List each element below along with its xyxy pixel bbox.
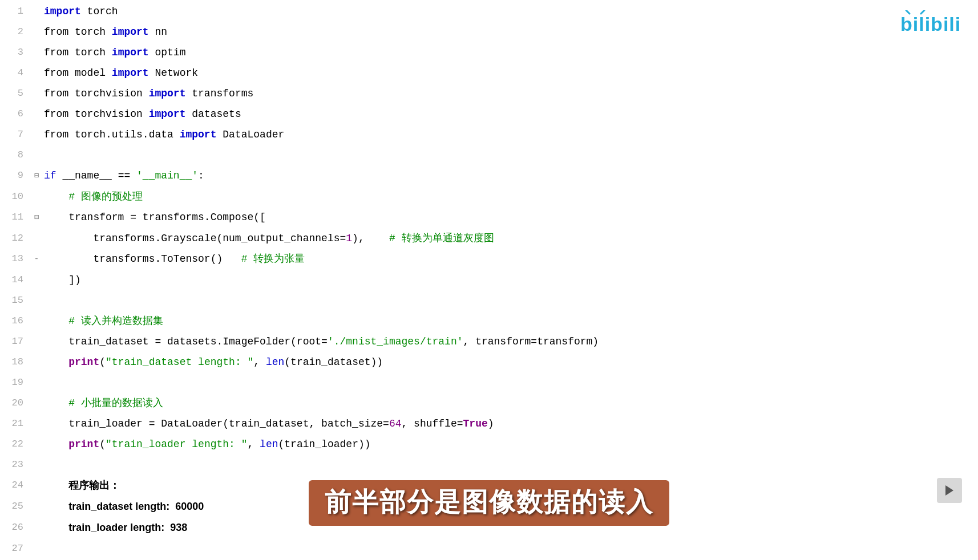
fold-21 [31,412,42,433]
fold-15 [31,289,42,310]
line-num-27: 27 [0,537,31,558]
line-num-11: 11 [0,206,31,227]
code-1: import torch [42,0,978,21]
line-num-18: 18 [0,351,31,371]
line-num-24: 24 [0,474,31,495]
line-num-7: 7 [0,123,31,144]
code-27 [42,537,978,558]
fold-17 [31,330,42,351]
code-line-3: 3 from torch import optim [0,41,978,62]
code-line-9: 9 ⊟ if __name__ == '__main__': [0,164,978,185]
line-num-28: 28 [0,558,31,560]
code-5: from torchvision import transforms [42,82,978,103]
code-line-11: 11 ⊟ transform = transforms.Compose([ [0,206,978,227]
code-6: from torchvision import datasets [42,103,978,123]
code-18: print("train_dataset length: ", len(trai… [42,351,978,371]
fold-10 [31,185,42,206]
line-num-9: 9 [0,164,31,185]
code-10: # 图像的预处理 [42,185,978,206]
code-11: transform = transforms.Compose([ [42,206,978,227]
line-num-14: 14 [0,269,31,289]
fold-12 [31,227,42,247]
fold-8 [31,144,42,164]
code-line-7: 7 from torch.utils.data import DataLoade… [0,123,978,144]
code-8 [42,144,978,164]
line-num-13: 13 [0,247,31,269]
bilibili-logo: bilibili [899,10,968,40]
code-21: train_loader = DataLoader(train_dataset,… [42,412,978,433]
code-line-2: 2 from torch import nn [0,21,978,41]
fold-11: ⊟ [31,206,42,227]
code-line-27: 27 [0,537,978,558]
code-line-19: 19 [0,371,978,392]
code-line-22: 22 print("train_loader length: ", len(tr… [0,433,978,453]
fold-7 [31,123,42,144]
code-line-15: 15 [0,289,978,310]
svg-marker-3 [945,485,953,496]
line-num-2: 2 [0,21,31,41]
code-line-8: 8 [0,144,978,164]
line-num-8: 8 [0,144,31,164]
fold-26 [31,516,42,537]
code-17: train_dataset = datasets.ImageFolder(roo… [42,330,978,351]
code-line-10: 10 # 图像的预处理 [0,185,978,206]
code-line-21: 21 train_loader = DataLoader(train_datas… [0,412,978,433]
fold-22 [31,433,42,453]
code-4: from model import Network [42,62,978,82]
svg-text:bilibili: bilibili [900,13,961,35]
code-line-16: 16 # 读入并构造数据集 [0,310,978,330]
line-num-21: 21 [0,412,31,433]
code-16: # 读入并构造数据集 [42,310,978,330]
fold-9: ⊟ [31,164,42,185]
fold-5 [31,82,42,103]
code-line-1: 1 import torch [0,0,978,21]
code-line-5: 5 from torchvision import transforms [0,82,978,103]
fold-20 [31,392,42,412]
fold-1 [31,0,42,21]
code-line-12: 12 transforms.Grayscale(num_output_chann… [0,227,978,247]
line-num-6: 6 [0,103,31,123]
fold-23 [31,453,42,474]
code-line-23: 23 [0,453,978,474]
code-19 [42,371,978,392]
code-line-20: 20 # 小批量的数据读入 [0,392,978,412]
line-num-16: 16 [0,310,31,330]
code-3: from torch import optim [42,41,978,62]
fold-4 [31,62,42,82]
code-line-13: 13 - transforms.ToTensor() # 转换为张量 [0,247,978,269]
line-num-10: 10 [0,185,31,206]
line-num-23: 23 [0,453,31,474]
fold-24 [31,474,42,495]
subtitle-overlay: 前半部分是图像数据的读入 [309,480,669,526]
code-13: transforms.ToTensor() # 转换为张量 [42,247,978,269]
code-22: print("train_loader length: ", len(train… [42,433,978,453]
code-20: # 小批量的数据读入 [42,392,978,412]
fold-27 [31,537,42,558]
code-line-18: 18 print("train_dataset length: ", len(t… [0,351,978,371]
line-num-19: 19 [0,371,31,392]
code-15 [42,289,978,310]
code-line-6: 6 from torchvision import datasets [0,103,978,123]
code-23 [42,453,978,474]
line-num-20: 20 [0,392,31,412]
line-num-15: 15 [0,289,31,310]
code-line-14: 14 ]) [0,269,978,289]
code-28 [42,558,978,560]
code-table: 1 import torch 2 from torch import nn 3 … [0,0,978,560]
subtitle-text: 前半部分是图像数据的读入 [325,487,653,517]
line-num-17: 17 [0,330,31,351]
fold-3 [31,41,42,62]
line-num-25: 25 [0,495,31,516]
line-num-22: 22 [0,433,31,453]
fold-16 [31,310,42,330]
fold-2 [31,21,42,41]
fold-18 [31,351,42,371]
line-num-5: 5 [0,82,31,103]
line-num-1: 1 [0,0,31,21]
code-2: from torch import nn [42,21,978,41]
play-button[interactable] [937,478,962,503]
line-num-3: 3 [0,41,31,62]
fold-6 [31,103,42,123]
code-line-17: 17 train_dataset = datasets.ImageFolder(… [0,330,978,351]
line-num-4: 4 [0,62,31,82]
